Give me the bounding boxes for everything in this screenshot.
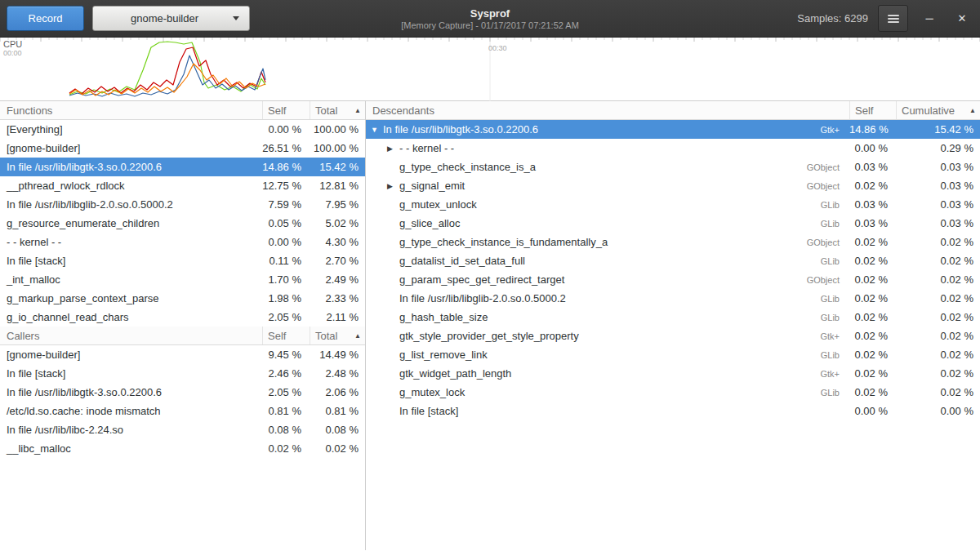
function-name: In file [stack] — [0, 367, 262, 380]
tree-row[interactable]: In file /usr/lib/libglib-2.0.so.0.5000.2… — [366, 289, 980, 308]
tree-row[interactable]: g_param_spec_get_redirect_targetGObject0… — [366, 270, 980, 289]
callers-total-column-label: Total — [315, 330, 337, 342]
cumulative-percent: 0.02 % — [896, 330, 980, 342]
tree-row[interactable]: ▶- - kernel - -0.00 %0.29 % — [366, 139, 980, 158]
tree-row[interactable]: In file [stack]0.00 %0.00 % — [366, 402, 980, 420]
cpu-graph[interactable]: CPU 00:00 00:30 — [0, 38, 980, 101]
descendants-column-label: Descendants — [372, 104, 434, 117]
tree-row[interactable]: ▼In file /usr/lib/libgtk-3.so.0.2200.6Gt… — [366, 120, 980, 139]
minimize-button[interactable]: ─ — [918, 7, 941, 30]
descendant-name: In file [stack] — [399, 405, 791, 417]
tree-row[interactable]: g_hash_table_sizeGLib0.02 %0.02 % — [366, 308, 980, 327]
function-name: _int_malloc — [0, 273, 262, 286]
self-percent: 2.05 % — [262, 311, 310, 323]
right-panel: Descendants Self Cumulative ▲ ▼In file /… — [366, 101, 980, 550]
library-category: GLib — [791, 294, 849, 304]
sysprof-window: Record gnome-builder Sysprof [Memory Cap… — [0, 0, 980, 551]
self-percent: 0.00 % — [262, 236, 310, 248]
callers-column-header[interactable]: Callers — [0, 327, 262, 344]
self-percent: 7.59 % — [262, 198, 310, 211]
close-icon: ✕ — [958, 12, 967, 24]
table-row[interactable]: In file [stack]0.11 %2.70 % — [0, 251, 365, 270]
table-row[interactable]: [gnome-builder]9.45 %14.49 % — [0, 345, 365, 364]
time-label-mid: 00:30 — [488, 44, 507, 52]
table-row[interactable]: g_markup_parse_context_parse1.98 %2.33 % — [0, 289, 365, 308]
tree-row[interactable]: g_type_check_instance_is_fundamentally_a… — [366, 233, 980, 251]
tree-row[interactable]: g_datalist_id_set_data_fullGLib0.02 %0.0… — [366, 251, 980, 270]
table-row[interactable]: [gnome-builder]26.51 %100.00 % — [0, 139, 365, 158]
expand-icon[interactable]: ▶ — [387, 182, 399, 190]
table-row[interactable]: - - kernel - -0.00 %4.30 % — [0, 233, 365, 251]
app-title: Sysprof — [470, 7, 510, 20]
tree-row[interactable]: g_list_remove_linkGLib0.02 %0.02 % — [366, 345, 980, 364]
tree-row[interactable]: gtk_style_provider_get_style_propertyGtk… — [366, 327, 980, 345]
sort-ascending-icon: ▲ — [354, 107, 361, 114]
cumulative-percent: 0.03 % — [896, 180, 980, 192]
self-column-header[interactable]: Self — [262, 101, 310, 119]
process-selector-label: gnome-builder — [103, 12, 226, 24]
table-row[interactable]: __libc_malloc0.02 %0.02 % — [0, 439, 365, 458]
callers-self-column-label: Self — [268, 330, 286, 342]
function-name: g_io_channel_read_chars — [0, 311, 262, 323]
self-percent: 0.08 % — [262, 424, 310, 436]
functions-header: Functions Self Total ▲ — [0, 101, 365, 120]
descendant-name: In file /usr/lib/libglib-2.0.so.0.5000.2 — [399, 292, 791, 304]
table-row[interactable]: In file /usr/lib/libglib-2.0.so.0.5000.2… — [0, 195, 365, 214]
callers-total-column-header[interactable]: Total ▲ — [310, 327, 365, 344]
collapse-icon[interactable]: ▼ — [371, 126, 383, 134]
table-row[interactable]: In file /usr/lib/libgtk-3.so.0.2200.62.0… — [0, 383, 365, 402]
descendant-name: gtk_widget_path_length — [399, 367, 791, 380]
total-column-label: Total — [315, 104, 337, 117]
library-category: GObject — [791, 275, 849, 285]
descendant-name: g_type_check_instance_is_fundamentally_a — [399, 236, 791, 248]
table-row[interactable]: /etc/ld.so.cache: inode mismatch0.81 %0.… — [0, 402, 365, 420]
total-column-header[interactable]: Total ▲ — [310, 101, 365, 119]
cumulative-percent: 0.00 % — [896, 405, 980, 417]
cumulative-column-header[interactable]: Cumulative ▲ — [896, 101, 980, 119]
library-category: Gtk+ — [791, 125, 849, 135]
descendant-name: g_type_check_instance_is_a — [399, 161, 791, 173]
function-name: - - kernel - - — [0, 236, 262, 248]
self-percent: 0.02 % — [849, 349, 896, 361]
total-percent: 2.06 % — [310, 386, 365, 398]
tree-row[interactable]: gtk_widget_path_lengthGtk+0.02 %0.02 % — [366, 364, 980, 383]
total-percent: 4.30 % — [310, 236, 365, 248]
table-row[interactable]: g_resource_enumerate_children0.05 %5.02 … — [0, 214, 365, 233]
headerbar: Record gnome-builder Sysprof [Memory Cap… — [0, 0, 980, 38]
menu-button[interactable] — [878, 5, 908, 32]
functions-column-header[interactable]: Functions — [0, 101, 262, 119]
record-button-label: Record — [29, 12, 63, 24]
total-percent: 5.02 % — [310, 217, 365, 229]
descendant-name: g_param_spec_get_redirect_target — [399, 273, 791, 286]
table-row[interactable]: g_io_channel_read_chars2.05 %2.11 % — [0, 308, 365, 327]
tree-row[interactable]: ▶g_signal_emitGObject0.02 %0.03 % — [366, 176, 980, 195]
descendant-name: g_signal_emit — [399, 180, 791, 192]
function-name: g_markup_parse_context_parse — [0, 292, 262, 304]
tree-row[interactable]: g_slice_allocGLib0.03 %0.03 % — [366, 214, 980, 233]
expand-icon[interactable]: ▶ — [387, 144, 399, 153]
function-name: In file /usr/lib/libgtk-3.so.0.2200.6 — [0, 161, 262, 173]
process-selector-dropdown[interactable]: gnome-builder — [92, 6, 250, 31]
record-button[interactable]: Record — [7, 6, 84, 31]
descendant-name: g_mutex_unlock — [399, 198, 791, 211]
tree-row[interactable]: g_type_check_instance_is_aGObject0.03 %0… — [366, 158, 980, 176]
table-row[interactable]: _int_malloc1.70 %2.49 % — [0, 270, 365, 289]
table-row[interactable]: [Everything]0.00 %100.00 % — [0, 120, 365, 139]
table-row[interactable]: In file [stack]2.46 %2.48 % — [0, 364, 365, 383]
self-percent: 2.05 % — [262, 386, 310, 398]
descendants-column-header[interactable]: Descendants — [366, 101, 849, 119]
descendants-self-column-header[interactable]: Self — [849, 101, 896, 119]
descendant-name: g_hash_table_size — [399, 311, 791, 323]
app-subtitle: [Memory Capture] - 01/17/2017 07:21:52 A… — [401, 20, 579, 31]
table-row[interactable]: In file /usr/lib/libc-2.24.so0.08 %0.08 … — [0, 420, 365, 439]
table-row[interactable]: __pthread_rwlock_rdlock12.75 %12.81 % — [0, 176, 365, 195]
self-percent: 0.02 % — [849, 292, 896, 304]
callers-self-column-header[interactable]: Self — [262, 327, 310, 344]
close-button[interactable]: ✕ — [951, 7, 973, 30]
tree-row[interactable]: g_mutex_lockGLib0.02 %0.02 % — [366, 383, 980, 402]
cumulative-percent: 15.42 % — [896, 123, 980, 136]
tree-row[interactable]: g_mutex_unlockGLib0.03 %0.03 % — [366, 195, 980, 214]
function-name: In file [stack] — [0, 255, 262, 267]
table-row[interactable]: In file /usr/lib/libgtk-3.so.0.2200.614.… — [0, 158, 365, 176]
time-label-start: 00:00 — [3, 49, 22, 57]
